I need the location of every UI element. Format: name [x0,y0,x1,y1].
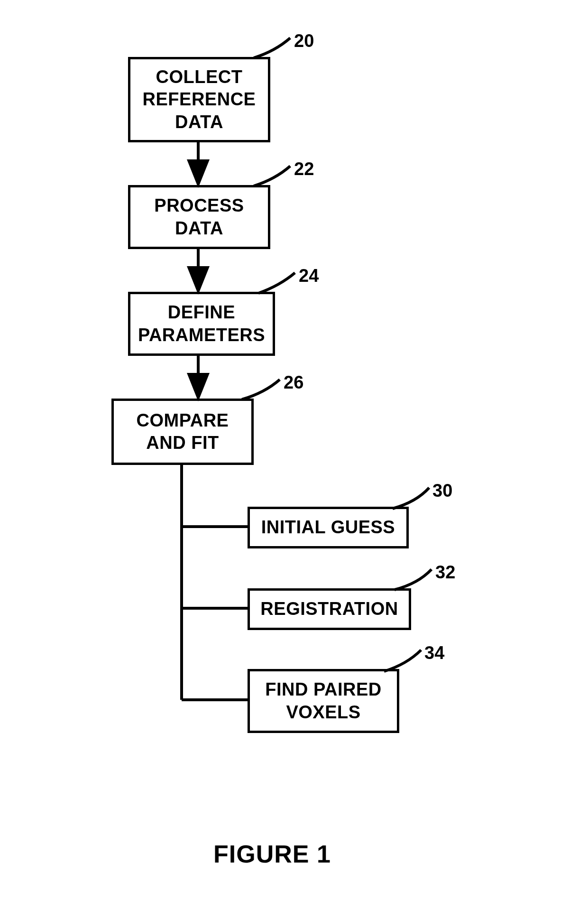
connector-lines [0,0,588,919]
box-text-line: REFERENCE [143,88,256,111]
box-registration: REGISTRATION [248,588,411,630]
box-text-line: DATA [175,217,223,240]
figure-caption: FIGURE 1 [213,840,331,868]
ref-label-22: 22 [294,159,314,179]
box-text-line: COMPARE [137,409,229,432]
ref-label-34: 34 [424,643,444,663]
box-initial-guess: INITIAL GUESS [248,507,409,548]
box-compare-and-fit: COMPARE AND FIT [111,399,254,465]
box-text-line: DEFINE [168,301,235,324]
box-text-line: PARAMETERS [138,324,265,347]
box-find-paired-voxels: FIND PAIRED VOXELS [248,669,399,733]
ref-label-26: 26 [284,372,303,393]
ref-label-24: 24 [299,266,319,286]
box-text-line: REGISTRATION [260,598,398,621]
box-process-data: PROCESS DATA [128,185,270,249]
ref-label-20: 20 [294,31,314,51]
box-define-parameters: DEFINE PARAMETERS [128,292,275,356]
box-text-line: PROCESS [154,195,244,217]
ref-label-30: 30 [432,481,452,501]
box-text-line: INITIAL GUESS [261,516,395,539]
ref-label-32: 32 [435,562,455,583]
box-text-line: FIND PAIRED [265,678,381,701]
box-collect-reference-data: COLLECT REFERENCE DATA [128,57,270,142]
box-text-line: AND FIT [146,432,219,455]
box-text-line: COLLECT [156,66,243,89]
box-text-line: DATA [175,111,223,134]
box-text-line: VOXELS [286,701,360,724]
